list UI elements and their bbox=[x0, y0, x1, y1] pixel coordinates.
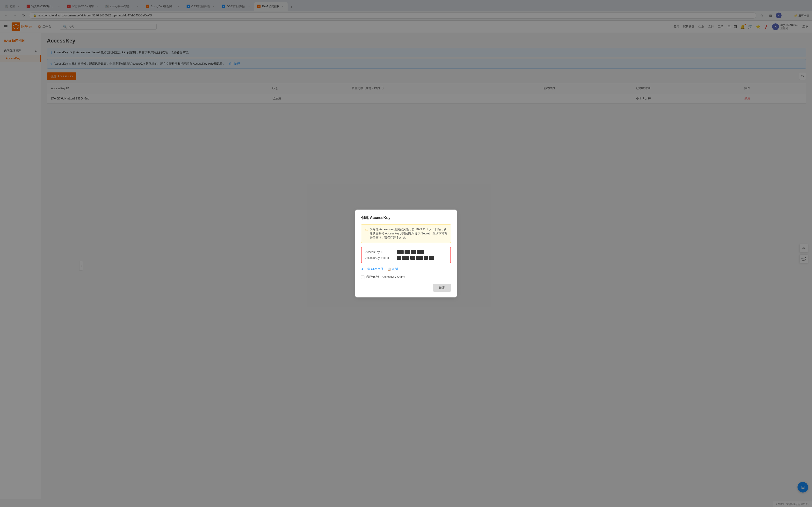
ak-secret-row: AccessKey Secret bbox=[365, 256, 447, 260]
saved-secret-label: 我已保存好 AccessKey Secret bbox=[366, 275, 405, 279]
saved-secret-checkbox-row: 我已保存好 AccessKey Secret bbox=[361, 275, 451, 279]
download-icon: ⬇ bbox=[361, 268, 363, 271]
confirm-button[interactable]: 确定 bbox=[433, 284, 451, 292]
copy-button[interactable]: 📋 复制 bbox=[388, 267, 398, 271]
saved-secret-checkbox[interactable] bbox=[361, 276, 364, 279]
accesskey-credential-box: AccessKey ID AccessKey Secret bbox=[361, 247, 451, 263]
modal-title: 创建 AccessKey bbox=[361, 215, 451, 220]
ak-id-block-4 bbox=[417, 250, 424, 254]
modal-download-copy-row: ⬇ 下载 CSV 文件 📋 复制 bbox=[361, 267, 451, 271]
ak-secret-value bbox=[397, 256, 434, 260]
ak-id-value bbox=[397, 250, 424, 254]
ak-secret-block-4 bbox=[416, 256, 423, 260]
warning-icon: ⚠ bbox=[365, 228, 368, 231]
ak-secret-block-1 bbox=[397, 256, 401, 260]
ak-secret-block-6 bbox=[429, 256, 434, 260]
modal-footer: 确定 bbox=[361, 284, 451, 292]
ak-id-block-3 bbox=[411, 250, 416, 254]
ak-id-label: AccessKey ID bbox=[365, 250, 397, 254]
download-label: 下载 CSV 文件 bbox=[364, 267, 384, 271]
download-csv-button[interactable]: ⬇ 下载 CSV 文件 bbox=[361, 267, 384, 271]
modal-overlay: 创建 AccessKey ⚠ 为降低 AccessKey 泄露的风险，自 202… bbox=[0, 0, 812, 499]
copy-label: 复制 bbox=[392, 267, 398, 271]
ak-id-row: AccessKey ID bbox=[365, 250, 447, 254]
ak-secret-block-2 bbox=[402, 256, 409, 260]
ak-secret-label: AccessKey Secret bbox=[365, 256, 397, 260]
ak-id-block-2 bbox=[405, 250, 410, 254]
modal-warning-text: 为降低 AccessKey 泄露的风险，自 2023 年 7 月 5 日起，新建… bbox=[370, 227, 447, 240]
ak-secret-block-3 bbox=[410, 256, 415, 260]
modal-warning-banner: ⚠ 为降低 AccessKey 泄露的风险，自 2023 年 7 月 5 日起，… bbox=[361, 224, 451, 243]
create-accesskey-modal: 创建 AccessKey ⚠ 为降低 AccessKey 泄露的风险，自 202… bbox=[355, 210, 457, 297]
ak-secret-block-5 bbox=[424, 256, 428, 260]
copy-icon: 📋 bbox=[388, 268, 391, 271]
ak-id-block-1 bbox=[397, 250, 404, 254]
